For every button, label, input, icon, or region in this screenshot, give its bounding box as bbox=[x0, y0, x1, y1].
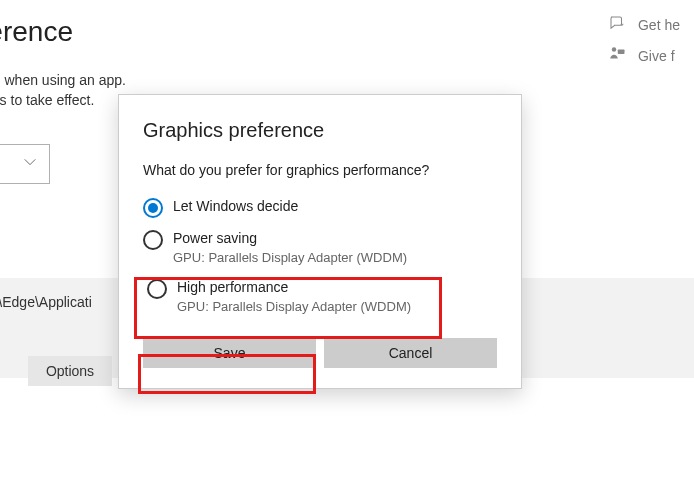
chat-icon bbox=[608, 14, 626, 35]
get-help-label: Get he bbox=[638, 17, 680, 33]
radio-high-performance[interactable]: High performance GPU: Parallels Display … bbox=[143, 273, 497, 320]
save-button[interactable]: Save bbox=[143, 338, 316, 368]
radio-sublabel: GPU: Parallels Display Adapter (WDDM) bbox=[173, 250, 407, 265]
radio-power-saving[interactable]: Power saving GPU: Parallels Display Adap… bbox=[143, 226, 497, 269]
radio-icon bbox=[143, 198, 163, 218]
radio-icon bbox=[147, 279, 167, 299]
dialog-question: What do you prefer for graphics performa… bbox=[143, 162, 497, 178]
radio-let-windows-decide[interactable]: Let Windows decide bbox=[143, 194, 497, 222]
cancel-button[interactable]: Cancel bbox=[324, 338, 497, 368]
svg-rect-1 bbox=[618, 50, 625, 55]
radio-label: Let Windows decide bbox=[173, 198, 298, 214]
page-title: eference bbox=[0, 16, 73, 48]
give-feedback-link[interactable]: Give f bbox=[608, 45, 680, 66]
svg-point-0 bbox=[612, 47, 617, 52]
page-desc-line2: r your changes to take effect. bbox=[0, 92, 94, 108]
radio-group: Let Windows decide Power saving GPU: Par… bbox=[143, 194, 497, 320]
radio-label: Power saving bbox=[173, 230, 407, 246]
give-feedback-label: Give f bbox=[638, 48, 675, 64]
dialog-title: Graphics preference bbox=[143, 119, 497, 142]
page-desc-line1: e or battery life when using an app. bbox=[0, 72, 126, 88]
app-type-dropdown[interactable] bbox=[0, 144, 50, 184]
app-path-text: osoft\Edge\Applicati bbox=[0, 294, 92, 310]
header-links: Get he Give f bbox=[608, 14, 680, 66]
options-button[interactable]: Options bbox=[28, 356, 112, 386]
graphics-preference-dialog: Graphics preference What do you prefer f… bbox=[118, 94, 522, 389]
chevron-down-icon bbox=[23, 155, 37, 173]
get-help-link[interactable]: Get he bbox=[608, 14, 680, 35]
dialog-buttons: Save Cancel bbox=[143, 338, 497, 368]
radio-icon bbox=[143, 230, 163, 250]
feedback-icon bbox=[608, 45, 626, 66]
radio-sublabel: GPU: Parallels Display Adapter (WDDM) bbox=[177, 299, 411, 314]
radio-label: High performance bbox=[177, 279, 411, 295]
